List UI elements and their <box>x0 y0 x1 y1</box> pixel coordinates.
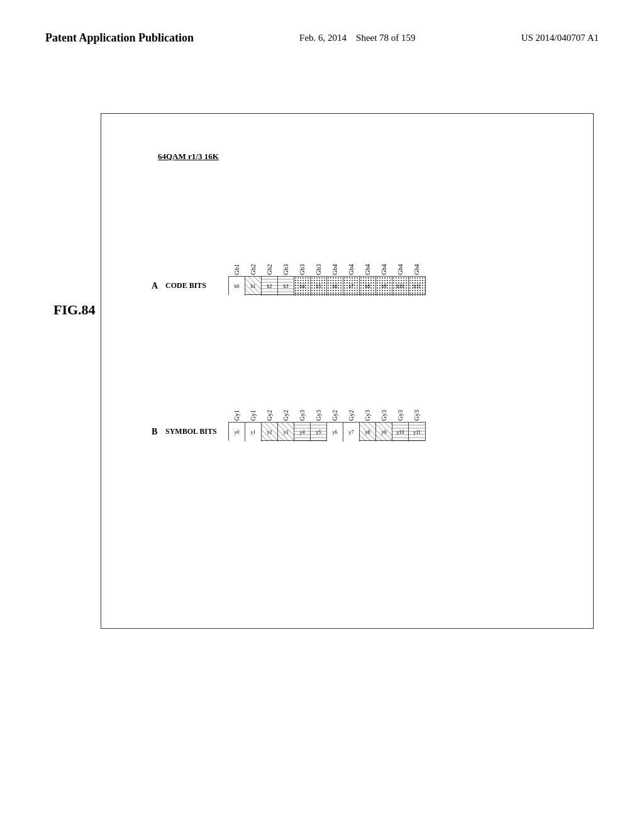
figure-label: FIG.84 <box>53 302 96 318</box>
sym-col-gy1-2: Gy1 <box>250 410 257 421</box>
section-a-letter: A <box>152 281 165 291</box>
cell-b7-label: b7 <box>349 284 354 289</box>
cell-b2: b2 <box>262 277 278 296</box>
sym-col-gy2-4: Gy2 <box>348 410 355 421</box>
cell-b0: b0 <box>229 277 245 296</box>
cell-b8-label: b8 <box>365 284 370 289</box>
sym-col-gy3-2: Gy3 <box>315 410 322 421</box>
cell-y3: y3 <box>278 423 294 441</box>
cell-b2-label: b2 <box>267 284 272 289</box>
col-label-gb3-1: Gb3 <box>282 264 289 275</box>
col-label-gb4-5: Gb4 <box>397 264 404 275</box>
figure-container: 64QAM r1/3 16K A CODE BITS Gb1 Gb2 <box>101 113 594 629</box>
cell-y7: y7 <box>343 423 360 441</box>
cell-b5-label: b5 <box>316 284 321 289</box>
cell-y5: y5 <box>311 423 327 441</box>
section-a-label: CODE BITS <box>165 281 228 290</box>
cell-y0: y0 <box>229 423 245 441</box>
cell-y7-label: y7 <box>349 429 354 435</box>
col-label-gb4-1: Gb4 <box>331 264 338 275</box>
cell-y8: y8 <box>360 423 376 441</box>
col-label-gb1: Gb1 <box>233 264 240 275</box>
cell-y6-label: y6 <box>333 429 338 435</box>
section-b-label: SYMBOL BITS <box>165 427 228 436</box>
cell-y1-label: y1 <box>251 429 256 435</box>
header: Patent Application Publication Feb. 6, 2… <box>0 30 644 46</box>
cell-b1-label: b1 <box>251 284 256 289</box>
cell-y9: y9 <box>376 423 392 441</box>
cell-b0-label: b0 <box>235 284 240 289</box>
cell-y3-label: y3 <box>284 429 289 435</box>
cell-b9: b9 <box>376 277 392 296</box>
page: Patent Application Publication Feb. 6, 2… <box>0 0 644 830</box>
section-b-diagram: Gy1 Gy1 Gy2 Gy2 <box>228 345 426 441</box>
col-label-gb4-6: Gb4 <box>413 264 420 275</box>
col-label-gb2-2: Gb2 <box>266 264 273 275</box>
figure-title: 64QAM r1/3 16K <box>158 152 574 162</box>
cell-y10-label: y10 <box>397 429 404 435</box>
cell-y10: y10 <box>392 423 409 441</box>
cell-y2-label: y2 <box>267 429 272 435</box>
cell-b9-label: b9 <box>382 284 387 289</box>
header-center: Feb. 6, 2014 Sheet 78 of 159 <box>299 30 416 45</box>
cell-y5-label: y5 <box>316 429 321 435</box>
section-a-diagram: Gb1 Gb2 Gb2 Gb3 <box>228 199 426 295</box>
sym-col-gy2-2: Gy2 <box>282 410 289 421</box>
date-label: Feb. 6, 2014 <box>299 33 347 43</box>
cell-b4-label: b4 <box>300 284 305 289</box>
sym-col-gy2-3: Gy2 <box>331 410 338 421</box>
sym-col-gy1-1: Gy1 <box>233 410 240 421</box>
col-label-gb4-4: Gb4 <box>380 264 387 275</box>
cell-b10: b10 <box>392 277 409 296</box>
cell-b5: b5 <box>311 277 327 296</box>
cell-y6: y6 <box>327 423 343 441</box>
col-label-gb4-2: Gb4 <box>348 264 355 275</box>
cell-b8: b8 <box>360 277 376 296</box>
cell-b6: b6 <box>327 277 343 296</box>
code-bits-strip: b0 b1 b2 b3 <box>228 276 426 295</box>
cell-b1: b1 <box>245 277 262 296</box>
cell-y9-label: y9 <box>382 429 387 435</box>
patent-number: US 2014/040707 A1 <box>521 30 599 45</box>
cell-b11-label: b11 <box>413 284 421 289</box>
sym-col-gy3-5: Gy3 <box>397 410 404 421</box>
cell-b7: b7 <box>343 277 360 296</box>
sheet-label: Sheet 78 of 159 <box>356 33 416 43</box>
cell-b4: b4 <box>294 277 311 296</box>
col-label-gb3-3: Gb3 <box>315 264 322 275</box>
col-label-gb2-1: Gb2 <box>250 264 257 275</box>
col-label-gb3-2: Gb3 <box>299 264 306 275</box>
sym-col-gy3-3: Gy3 <box>364 410 371 421</box>
cell-y4-label: y4 <box>300 429 305 435</box>
cell-b3-label: b3 <box>284 284 289 289</box>
inner-content: 64QAM r1/3 16K A CODE BITS Gb1 Gb2 <box>152 152 574 590</box>
col-label-gb4-3: Gb4 <box>364 264 371 275</box>
cell-b6-label: b6 <box>333 284 338 289</box>
cell-y8-label: y8 <box>365 429 370 435</box>
cell-b3: b3 <box>278 277 294 296</box>
section-b-letter: B <box>152 427 165 437</box>
cell-y11-label: y11 <box>413 429 421 435</box>
sym-col-gy3-6: Gy3 <box>413 410 420 421</box>
cell-b11: b11 <box>409 277 425 296</box>
cell-y0-label: y0 <box>235 429 240 435</box>
cell-b10-label: b10 <box>397 284 404 289</box>
cell-y2: y2 <box>262 423 278 441</box>
sym-col-gy2-1: Gy2 <box>266 410 273 421</box>
cell-y11: y11 <box>409 423 425 441</box>
cell-y1: y1 <box>245 423 262 441</box>
sym-col-gy3-4: Gy3 <box>380 410 387 421</box>
symbol-bits-strip: y0 y1 y2 y3 <box>228 422 426 441</box>
cell-y4: y4 <box>294 423 311 441</box>
sym-col-gy3-1: Gy3 <box>299 410 306 421</box>
publication-label: Patent Application Publication <box>45 30 194 46</box>
